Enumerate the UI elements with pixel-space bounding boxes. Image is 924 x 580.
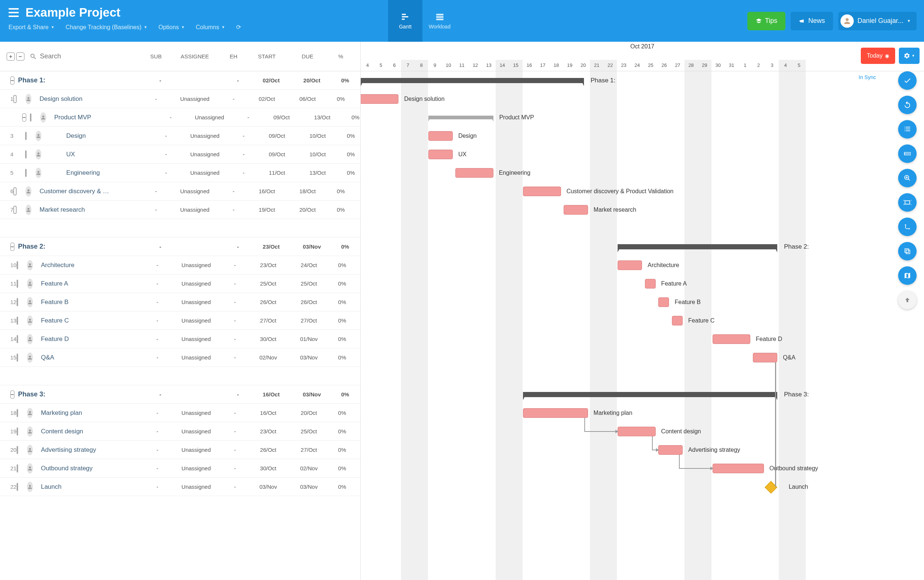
- task-row[interactable]: 7Market research-Unassigned-19/Oct20/Oct…: [0, 201, 360, 219]
- task-row[interactable]: 15Q&A-Unassigned-02/Nov03/Nov0%: [0, 348, 360, 367]
- task-checkbox[interactable]: [25, 132, 26, 140]
- refresh-icon[interactable]: ⟳: [236, 24, 241, 31]
- task-row[interactable]: 4UX-Unassigned-09/Oct10/Oct0%: [0, 145, 360, 164]
- assignee-avatar-icon[interactable]: [25, 205, 31, 215]
- user-menu[interactable]: Daniel Guajar...▼: [838, 12, 917, 30]
- task-row[interactable]: −Phase 3:--16/Oct03/Nov0%: [0, 385, 360, 404]
- expand-all-button[interactable]: +: [7, 53, 15, 61]
- task-row[interactable]: −Product MVP-Unassigned-09/Oct13/Oct0%: [0, 108, 360, 127]
- col-header-pct[interactable]: %: [328, 53, 354, 59]
- task-row[interactable]: 13Feature C-Unassigned-27/Oct27/Oct0%: [0, 311, 360, 330]
- task-checkbox[interactable]: [25, 150, 26, 158]
- scroll-top-button[interactable]: [898, 291, 917, 309]
- task-checkbox[interactable]: [16, 316, 18, 325]
- gantt-view-tab[interactable]: Gantt: [388, 0, 422, 42]
- task-checkbox[interactable]: [16, 335, 18, 343]
- task-checkbox[interactable]: [13, 187, 16, 195]
- task-bar[interactable]: Feature B: [658, 297, 669, 307]
- assignee-avatar-icon[interactable]: [27, 408, 33, 418]
- assignee-avatar-icon[interactable]: [27, 463, 33, 474]
- task-checkbox[interactable]: [16, 483, 18, 491]
- today-button[interactable]: Today◉: [861, 48, 895, 64]
- task-row[interactable]: 21Outbound strategy-Unassigned-30/Oct02/…: [0, 459, 360, 478]
- collapse-toggle[interactable]: −: [22, 114, 26, 122]
- task-row[interactable]: 11Feature A-Unassigned-25/Oct25/Oct0%: [0, 275, 360, 293]
- phase-bar[interactable]: Phase 2:: [618, 244, 777, 249]
- assignee-avatar-icon[interactable]: [35, 168, 41, 178]
- news-button[interactable]: News: [790, 12, 833, 30]
- task-row[interactable]: −Phase 1:--02/Oct20/Oct0%: [0, 71, 360, 90]
- col-header-sub[interactable]: SUB: [143, 53, 169, 59]
- assignee-avatar-icon[interactable]: [27, 315, 33, 326]
- task-bar[interactable]: UX: [428, 150, 453, 159]
- task-row[interactable]: 10Architecture-Unassigned-23/Oct24/Oct0%: [0, 256, 360, 275]
- phase-bar[interactable]: Phase 1:: [361, 78, 584, 83]
- task-bar[interactable]: Q&A: [753, 353, 777, 362]
- tips-button[interactable]: Tips: [747, 12, 785, 30]
- task-row[interactable]: 6Customer discovery & …-Unassigned-16/Oc…: [0, 182, 360, 201]
- col-header-eh[interactable]: EH: [221, 53, 246, 59]
- task-row[interactable]: 12Feature B-Unassigned-26/Oct26/Oct0%: [0, 293, 360, 311]
- task-row[interactable]: 14Feature D-Unassigned-30/Oct01/Nov0%: [0, 330, 360, 348]
- task-checkbox[interactable]: [16, 261, 18, 269]
- ruler-button[interactable]: [898, 145, 917, 163]
- assignee-avatar-icon[interactable]: [27, 260, 33, 270]
- export-share-menu[interactable]: Export & Share▼: [8, 24, 54, 31]
- task-checkbox[interactable]: [25, 169, 26, 177]
- task-bar[interactable]: Advertising strategy: [658, 445, 683, 455]
- task-row[interactable]: 18Marketing plan-Unassigned-16/Oct20/Oct…: [0, 404, 360, 422]
- collapse-toggle[interactable]: −: [10, 391, 15, 399]
- workload-view-tab[interactable]: Workload: [422, 0, 457, 42]
- assignee-avatar-icon[interactable]: [27, 334, 33, 344]
- hamburger-icon[interactable]: [8, 8, 19, 17]
- change-tracking-menu[interactable]: Change Tracking (Baselines)▼: [65, 24, 147, 31]
- assignee-avatar-icon[interactable]: [27, 445, 33, 455]
- task-bar[interactable]: Architecture: [618, 260, 642, 270]
- task-checkbox[interactable]: [16, 298, 18, 306]
- task-checkbox[interactable]: [13, 206, 16, 214]
- task-row[interactable]: −Phase 2:--23/Oct03/Nov0%: [0, 237, 360, 256]
- task-checkbox[interactable]: [13, 95, 16, 103]
- fit-button[interactable]: [898, 193, 917, 212]
- task-checkbox[interactable]: [16, 427, 18, 435]
- col-header-due[interactable]: DUE: [287, 53, 328, 59]
- collapse-toggle[interactable]: −: [10, 243, 15, 251]
- assignee-avatar-icon[interactable]: [35, 149, 41, 160]
- task-bar[interactable]: Market research: [564, 205, 588, 215]
- task-bar[interactable]: Engineering: [455, 168, 493, 178]
- task-checkbox[interactable]: [16, 465, 18, 473]
- gantt-chart[interactable]: Phase 1:Design solutionProduct MVPDesign…: [361, 71, 924, 580]
- map-button[interactable]: [898, 266, 917, 285]
- task-checkbox[interactable]: [16, 280, 18, 288]
- assignee-avatar-icon[interactable]: [27, 278, 33, 289]
- task-bar[interactable]: Design: [428, 131, 453, 141]
- collapse-toggle[interactable]: −: [10, 76, 15, 85]
- task-row[interactable]: 5Engineering-Unassigned-11/Oct13/Oct0%: [0, 164, 360, 182]
- confirm-button[interactable]: [898, 71, 917, 90]
- assignee-avatar-icon[interactable]: [25, 186, 31, 196]
- options-menu[interactable]: Options▼: [158, 24, 185, 31]
- task-bar[interactable]: Content design: [618, 427, 655, 436]
- assignee-avatar-icon[interactable]: [27, 297, 33, 307]
- collapse-all-button[interactable]: −: [16, 53, 25, 61]
- columns-menu[interactable]: Columns▼: [196, 24, 225, 31]
- task-bar[interactable]: Feature A: [645, 279, 656, 288]
- task-row[interactable]: 20Advertising strategy-Unassigned-26/Oct…: [0, 441, 360, 459]
- assignee-avatar-icon[interactable]: [27, 426, 33, 437]
- task-bar[interactable]: Marketing plan: [523, 408, 588, 418]
- copy-button[interactable]: [898, 242, 917, 260]
- task-bar[interactable]: Feature D: [713, 334, 750, 344]
- task-bar[interactable]: Customer discovery & Product Validation: [523, 186, 561, 196]
- search-input[interactable]: [40, 53, 121, 60]
- assignee-avatar-icon[interactable]: [27, 482, 33, 492]
- critical-path-button[interactable]: [898, 218, 917, 236]
- task-checkbox[interactable]: [16, 446, 18, 454]
- undo-button[interactable]: [898, 96, 917, 114]
- task-row[interactable]: 22Launch-Unassigned-03/Nov03/Nov0%: [0, 478, 360, 496]
- col-header-start[interactable]: START: [246, 53, 287, 59]
- task-row[interactable]: 1Design solution-Unassigned-02/Oct06/Oct…: [0, 90, 360, 108]
- outline-button[interactable]: [898, 120, 917, 138]
- assignee-avatar-icon[interactable]: [25, 94, 31, 104]
- task-bar[interactable]: Design solution: [361, 94, 398, 104]
- task-bar[interactable]: Outbound strategy: [713, 464, 764, 473]
